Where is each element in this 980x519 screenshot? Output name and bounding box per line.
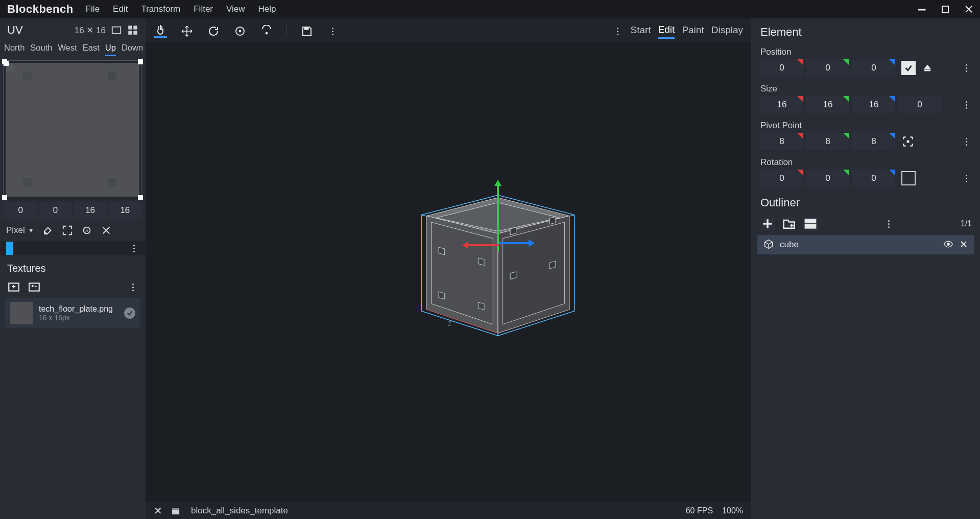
close-button[interactable] <box>965 5 973 13</box>
outliner-item[interactable]: cube <box>757 235 974 254</box>
svg-rect-30 <box>549 261 556 269</box>
svg-rect-15 <box>304 27 308 30</box>
texture-saved-icon <box>124 308 135 319</box>
size-x-input[interactable]: 16 <box>760 96 803 113</box>
size-more-icon[interactable] <box>961 99 972 110</box>
size-z-input[interactable]: 16 <box>852 96 895 113</box>
rotation-z-input[interactable]: 0 <box>852 170 895 187</box>
rotate-tool-icon[interactable] <box>207 25 220 38</box>
svg-rect-23 <box>439 247 445 255</box>
pivot-tool-icon[interactable] <box>233 25 247 38</box>
close-project-button[interactable]: ✕ <box>154 505 162 517</box>
uv-y2[interactable]: 16 <box>109 202 141 219</box>
pivot-y-input[interactable]: 8 <box>806 133 849 150</box>
menu-transform[interactable]: Transform <box>141 4 180 14</box>
create-texture-button[interactable] <box>28 280 41 294</box>
palette-more-icon[interactable] <box>128 243 139 254</box>
menu-help[interactable]: Help <box>258 4 276 14</box>
textures-more-icon[interactable] <box>127 281 138 293</box>
menu-file[interactable]: File <box>86 4 100 14</box>
rotation-rescale-checkbox[interactable] <box>901 171 916 185</box>
pivot-more-icon[interactable] <box>961 136 972 147</box>
pivot-x-input[interactable]: 8 <box>760 133 803 150</box>
mode-more-icon[interactable] <box>612 26 624 37</box>
pan-tool-icon[interactable] <box>154 25 167 38</box>
uv-grid-size[interactable]: 16 ✕ 16 <box>75 25 106 36</box>
visibility-toggle-icon[interactable] <box>943 239 953 251</box>
fill-tool-icon[interactable] <box>42 225 54 236</box>
mode-start[interactable]: Start <box>631 25 651 38</box>
center-pivot-icon[interactable] <box>901 135 915 148</box>
svg-rect-4 <box>134 26 137 29</box>
size-y-input[interactable]: 16 <box>806 96 849 113</box>
outliner-item-name[interactable]: cube <box>780 240 937 250</box>
add-cube-button[interactable] <box>760 217 775 231</box>
svg-rect-32 <box>172 510 179 514</box>
mode-paint[interactable]: Paint <box>682 25 704 38</box>
move-tool-icon[interactable] <box>180 25 194 38</box>
svg-point-11 <box>32 285 33 287</box>
rotation-y-input[interactable]: 0 <box>806 170 849 187</box>
position-z-input[interactable]: 0 <box>852 59 895 77</box>
uv-coords-row: 0 0 16 16 <box>3 201 142 220</box>
face-west[interactable]: West <box>58 43 77 56</box>
auto-icon[interactable]: A <box>81 225 92 236</box>
size-row: 16 16 16 0 <box>751 96 980 115</box>
menu-filter[interactable]: Filter <box>194 4 213 14</box>
color-swatch-blue[interactable] <box>6 242 13 255</box>
vertex-snap-icon[interactable] <box>260 25 273 38</box>
mode-display[interactable]: Display <box>711 25 743 38</box>
textures-toolbar <box>0 278 146 298</box>
mode-edit[interactable]: Edit <box>658 24 675 39</box>
menu-edit[interactable]: Edit <box>113 4 128 14</box>
texture-item[interactable]: tech_floor_plate.png 16 x 16px <box>5 298 140 328</box>
pivot-row: 8 8 8 <box>751 133 980 152</box>
brush-mode-select[interactable]: Pixel ▼ <box>6 225 34 235</box>
outliner-title: Outliner <box>751 189 980 213</box>
position-more-icon[interactable] <box>961 62 972 74</box>
position-eject-icon[interactable] <box>923 63 932 74</box>
uv-grid-icon[interactable] <box>127 25 138 36</box>
rotation-more-icon[interactable] <box>961 173 972 184</box>
face-south[interactable]: South <box>30 43 52 56</box>
element-panel-title: Element <box>751 18 980 42</box>
face-north[interactable]: North <box>4 43 25 56</box>
position-y-input[interactable]: 0 <box>806 59 849 77</box>
viewport-3d[interactable]: -Z <box>146 42 751 502</box>
clear-icon[interactable] <box>101 225 112 236</box>
project-name[interactable]: block_all_sides_template <box>191 506 288 516</box>
uv-viewport[interactable] <box>3 60 142 199</box>
toggle-outliner-button[interactable] <box>803 217 818 231</box>
pivot-z-input[interactable]: 8 <box>852 133 895 150</box>
svg-rect-10 <box>29 283 39 291</box>
minimize-button[interactable] <box>918 5 926 13</box>
position-x-input[interactable]: 0 <box>760 59 803 77</box>
import-texture-button[interactable] <box>7 280 20 294</box>
svg-rect-29 <box>510 272 516 279</box>
face-down[interactable]: Down <box>122 43 143 56</box>
fullscreen-icon[interactable] <box>62 225 73 236</box>
toolbar-more-icon[interactable] <box>327 26 338 37</box>
remove-item-icon[interactable] <box>960 240 968 250</box>
svg-rect-25 <box>439 292 445 299</box>
svg-rect-0 <box>918 9 925 10</box>
outliner-count: 1/1 <box>961 219 972 228</box>
axis-y-icon <box>497 185 499 251</box>
uv-x1[interactable]: 0 <box>4 202 37 219</box>
cube-icon <box>763 239 774 251</box>
uv-fullframe-icon[interactable] <box>111 25 122 36</box>
face-up[interactable]: Up <box>105 43 116 56</box>
menu-view[interactable]: View <box>226 4 245 14</box>
save-icon[interactable] <box>300 25 314 38</box>
uv-x2[interactable]: 16 <box>74 202 107 219</box>
inflate-input[interactable]: 0 <box>898 96 941 113</box>
face-east[interactable]: East <box>83 43 100 56</box>
position-lock-checkbox[interactable] <box>901 61 916 75</box>
outliner-more-icon[interactable] <box>883 218 895 229</box>
rotation-x-input[interactable]: 0 <box>760 170 803 187</box>
svg-rect-26 <box>478 302 484 310</box>
add-group-button[interactable] <box>782 217 796 231</box>
size-label: Size <box>751 79 980 96</box>
uv-y1[interactable]: 0 <box>39 202 71 219</box>
maximize-button[interactable] <box>941 5 949 13</box>
